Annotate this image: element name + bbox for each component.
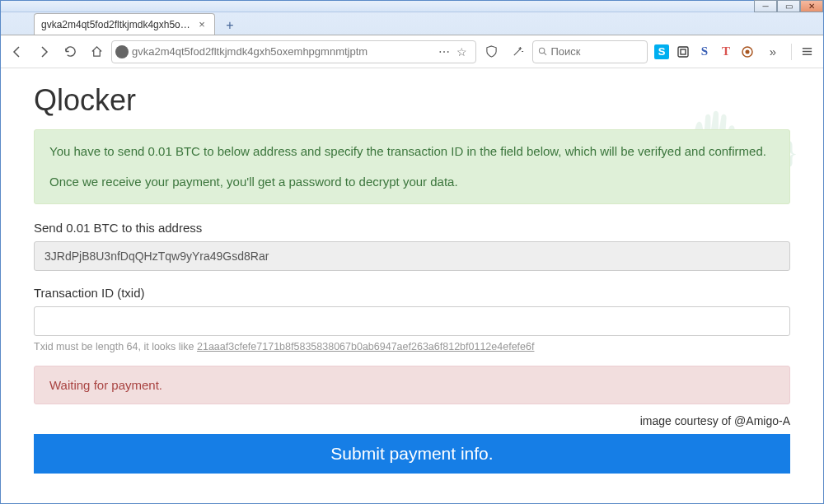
urlbar-actions: ⋯ ☆ [433, 45, 472, 58]
txid-help-text: Txid must be length 64, it looks like 21… [34, 341, 790, 352]
maximize-button[interactable]: ▭ [777, 0, 800, 12]
wand-icon [512, 45, 524, 58]
svg-point-0 [539, 48, 544, 53]
extension-reader-icon[interactable] [676, 44, 691, 59]
instructions-alert: You have to send 0.01 BTC to below addre… [34, 129, 790, 204]
instructions-line-1: You have to send 0.01 BTC to below addre… [49, 142, 775, 161]
svg-point-4 [746, 49, 750, 54]
tab-strip: gvka2m4qt5fod2fltkjmdk4gxh5oxen × + [1, 12, 823, 35]
window-controls: ─ ▭ ✕ [754, 0, 823, 12]
page-actions-icon[interactable]: ⋯ [438, 45, 450, 58]
extension-s-icon[interactable]: S [697, 44, 712, 59]
submit-button[interactable]: Submit payment info. [34, 434, 790, 474]
browser-toolbar: gvka2m4qt5fod2fltkjmdk4gxh5oxemhpgmnmtjp… [1, 35, 823, 68]
shield-icon [485, 45, 498, 58]
btc-address-field[interactable]: 3JRdPjB8U3nfDqQHzTqw9yYra49Gsd8Rar [34, 241, 790, 271]
site-identity-icon[interactable] [115, 45, 129, 58]
bookmark-star-icon[interactable]: ☆ [456, 45, 467, 58]
arrow-left-icon [11, 45, 24, 58]
forward-button[interactable] [32, 40, 55, 63]
search-icon [538, 46, 547, 57]
hamburger-menu-button[interactable] [795, 40, 818, 63]
menu-icon [801, 45, 813, 58]
url-bar[interactable]: gvka2m4qt5fod2fltkjmdk4gxh5oxemhpgmnmtjp… [111, 40, 476, 63]
status-alert: Waiting for payment. [34, 366, 790, 404]
extension-circle-icon[interactable] [740, 44, 755, 59]
home-icon [91, 45, 103, 58]
svg-rect-1 [678, 47, 688, 57]
page-content: {malwarefixes} Qlocker You have to send … [1, 68, 823, 503]
page-title: Qlocker [34, 83, 790, 118]
search-bar[interactable] [532, 40, 648, 63]
home-button[interactable] [85, 40, 108, 63]
overflow-button[interactable]: » [761, 40, 784, 63]
image-credit: image courtesy of @Amigo-A [34, 414, 790, 427]
close-window-button[interactable]: ✕ [800, 0, 823, 12]
new-tab-button[interactable]: + [220, 16, 240, 35]
txid-help-prefix: Txid must be length 64, it looks like [34, 341, 197, 352]
txid-example-link[interactable]: 21aaaf3cfefe7171b8f5835838067b0ab6947aef… [197, 341, 534, 352]
txid-input[interactable] [34, 306, 790, 336]
reload-icon [64, 45, 77, 58]
extension-icons: S S T » [651, 40, 788, 63]
svg-rect-2 [681, 49, 686, 54]
browser-tab[interactable]: gvka2m4qt5fod2fltkjmdk4gxh5oxen × [34, 13, 215, 35]
btc-address-label: Send 0.01 BTC to this address [34, 221, 790, 235]
txid-label: Transaction ID (txid) [34, 286, 790, 300]
extension-skype-icon[interactable]: S [654, 44, 669, 59]
browser-window: ─ ▭ ✕ gvka2m4qt5fod2fltkjmdk4gxh5oxen × … [0, 0, 824, 504]
tab-title: gvka2m4qt5fod2fltkjmdk4gxh5oxen [41, 19, 191, 30]
tab-close-icon[interactable]: × [196, 19, 208, 30]
back-button[interactable] [6, 40, 29, 63]
arrow-right-icon [37, 45, 50, 58]
customize-button[interactable] [506, 40, 529, 63]
extension-t-icon[interactable]: T [719, 44, 733, 59]
tracking-protection-button[interactable] [480, 40, 503, 63]
window-titlebar: ─ ▭ ✕ [1, 1, 823, 12]
search-input[interactable] [550, 45, 642, 58]
reload-button[interactable] [59, 40, 82, 63]
url-text: gvka2m4qt5fod2fltkjmdk4gxh5oxemhpgmnmtjp… [132, 45, 430, 58]
instructions-line-2: Once we receive your payment, you'll get… [49, 172, 775, 191]
minimize-button[interactable]: ─ [754, 0, 777, 12]
